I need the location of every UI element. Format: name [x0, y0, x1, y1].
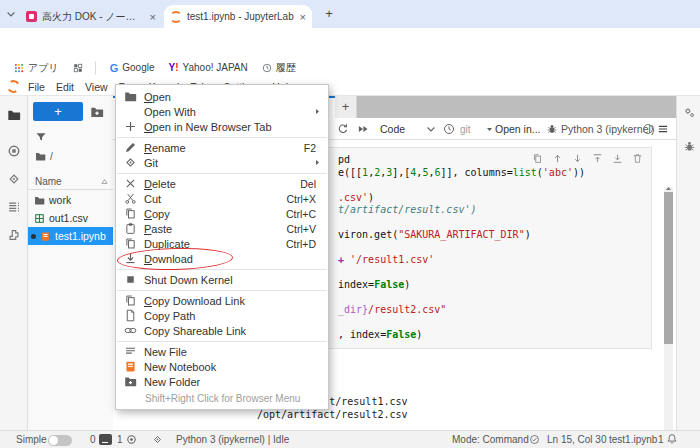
context-menu-item-open-in-new-browser-tab[interactable]: Open in New Browser Tab: [116, 119, 328, 134]
context-menu-item-rename[interactable]: RenameF2: [116, 140, 328, 155]
context-menu-item-open[interactable]: Open: [116, 89, 328, 104]
folder-icon: [124, 90, 137, 103]
bookmarks-divider: [95, 61, 96, 75]
context-menu-item-new-notebook[interactable]: New Notebook: [116, 359, 328, 374]
kernel-sessions-icon[interactable]: [126, 434, 137, 445]
kernel-status-text[interactable]: Python 3 (ipykernel) | Idle: [176, 434, 289, 445]
menu-item-label: Paste: [144, 223, 172, 235]
folderplus-icon: [124, 375, 137, 388]
bookmark-google[interactable]: G Google: [110, 62, 155, 74]
jupyter-favicon: [170, 11, 182, 23]
notification-count: 1: [658, 434, 664, 445]
running-dot: [31, 234, 36, 239]
notification-bell-icon[interactable]: [666, 433, 678, 445]
file-name: work: [49, 194, 71, 206]
new-dock-tab-button[interactable]: +: [335, 96, 357, 118]
terminal-icon[interactable]: [99, 434, 112, 445]
menu-item-label: Delete: [144, 178, 176, 190]
filter-icon[interactable]: [35, 131, 47, 143]
context-menu-item-git[interactable]: Git: [116, 155, 328, 170]
browser-tab-title: test1.ipynb - JupyterLab: [187, 11, 296, 22]
root-folder-icon: [35, 151, 46, 162]
menubar-item-edit[interactable]: Edit: [56, 81, 74, 93]
file-browser-icon[interactable]: [7, 108, 21, 122]
context-menu-item-open-with[interactable]: Open With: [116, 104, 328, 119]
menu-item-label: New Folder: [144, 376, 200, 388]
menubar-item-view[interactable]: View: [85, 81, 108, 93]
execution-time-icon: [443, 123, 455, 135]
shortcut-label: F2: [304, 142, 316, 154]
bookmark-grid[interactable]: [73, 63, 83, 73]
context-menu-item-new-folder[interactable]: New Folder: [116, 374, 328, 389]
insert-cell-above-icon[interactable]: [592, 153, 603, 164]
notebook-scrollbar[interactable]: [664, 187, 673, 448]
extension-manager-icon[interactable]: [7, 228, 21, 242]
debugger-panel-icon[interactable]: [683, 140, 696, 153]
bookmark-history[interactable]: 履歴: [262, 61, 296, 75]
menu-item-label: Copy Shareable Link: [144, 325, 246, 337]
browser-tab-jupyterlab[interactable]: test1.ipynb - JupyterLab ×: [164, 5, 312, 28]
simple-mode-toggle[interactable]: [48, 435, 72, 446]
cell-code[interactable]: pde([[1,2,3],[4,5,6]], columns=list('abc…: [338, 154, 585, 342]
insert-cell-below-icon[interactable]: [612, 153, 623, 164]
context-menu-item-download[interactable]: Download: [116, 251, 328, 266]
property-inspector-icon[interactable]: [683, 106, 696, 119]
context-menu-item-copy-download-link[interactable]: Copy Download Link: [116, 293, 328, 308]
tab-search-icon[interactable]: [5, 8, 17, 20]
download-icon: [124, 252, 137, 265]
menu-item-label: Cut: [144, 193, 161, 205]
git-status-icon[interactable]: [152, 434, 163, 445]
new-tab-button[interactable]: +: [322, 7, 336, 21]
context-menu-item-paste[interactable]: PasteCtrl+V: [116, 221, 328, 236]
context-menu-item-copy-shareable-link[interactable]: Copy Shareable Link: [116, 323, 328, 338]
file-row-out1-csv[interactable]: out1.csv: [28, 209, 113, 227]
context-menu-item-copy-path[interactable]: Copy Path: [116, 308, 328, 323]
bookmark-apps[interactable]: アプリ: [14, 61, 59, 75]
context-menu-item-shut-down-kernel[interactable]: Shut Down Kernel: [116, 272, 328, 287]
file-list-header[interactable]: Name: [28, 174, 113, 190]
debugger-icon[interactable]: [546, 123, 558, 135]
pencil-icon: [124, 141, 137, 154]
restart-kernel-icon[interactable]: [337, 123, 349, 135]
browser-toolbar: 539d7bb5-0e83-4efa-8823-4a745ade48ff.b30…: [0, 28, 700, 57]
new-folder-icon[interactable]: [90, 105, 104, 119]
context-menu-item-new-file[interactable]: New File: [116, 344, 328, 359]
bookmark-yahoo[interactable]: Y! Yahoo! JAPAN: [169, 62, 248, 73]
file-row-work[interactable]: work: [28, 191, 113, 209]
context-menu-item-duplicate[interactable]: DuplicateCtrl+D: [116, 236, 328, 251]
clock-icon: [262, 63, 272, 73]
menubar-item-file[interactable]: File: [28, 81, 45, 93]
kernel-status-icon[interactable]: [643, 124, 653, 134]
file-row-test1-ipynb[interactable]: test1.ipynb: [28, 227, 113, 245]
cell-type-dropdown[interactable]: Code: [380, 123, 405, 135]
cursor-position[interactable]: Ln 15, Col 30: [547, 434, 607, 445]
toolbar-menu-icon[interactable]: [657, 123, 669, 135]
restart-run-all-icon[interactable]: [357, 123, 369, 135]
context-menu-item-delete[interactable]: DeleteDel: [116, 176, 328, 191]
tab-close-icon[interactable]: ×: [150, 11, 156, 23]
context-menu-item-copy[interactable]: CopyCtrl+C: [116, 206, 328, 221]
browser-tab-dok[interactable]: 高火力 DOK - ノートブック ×: [20, 5, 162, 28]
scrollbar-thumb[interactable]: [664, 192, 673, 344]
tab-close-icon[interactable]: ×: [300, 11, 306, 23]
menu-item-label: Copy: [144, 208, 170, 220]
breadcrumb[interactable]: /: [35, 151, 53, 162]
cell-type-caret-icon[interactable]: [425, 123, 437, 135]
jupyterlab-menubar: FileEditViewRunKernelTabsSettingsHelp: [0, 78, 700, 96]
kernel-name[interactable]: Python 3 (ipykernel): [561, 123, 654, 135]
new-launcher-button[interactable]: +: [33, 102, 83, 121]
open-in-dropdown[interactable]: Open in...: [495, 123, 541, 135]
shortcut-label: Ctrl+V: [287, 223, 316, 235]
context-menu-item-cut[interactable]: CutCtrl+X: [116, 191, 328, 206]
menu-item-label: Copy Path: [144, 310, 195, 322]
menu-item-label: Download: [144, 253, 193, 265]
running-sessions-icon[interactable]: [7, 144, 21, 158]
open-in-caret-icon[interactable]: [485, 125, 494, 134]
copy-icon: [124, 237, 137, 250]
csv-icon: [34, 213, 45, 224]
menu-item-label: Open in New Browser Tab: [144, 121, 272, 133]
mode-indicator[interactable]: Mode: Command: [452, 434, 529, 445]
delete-cell-icon[interactable]: [632, 153, 643, 164]
table-of-contents-icon[interactable]: [7, 200, 21, 214]
git-icon[interactable]: [7, 172, 21, 186]
